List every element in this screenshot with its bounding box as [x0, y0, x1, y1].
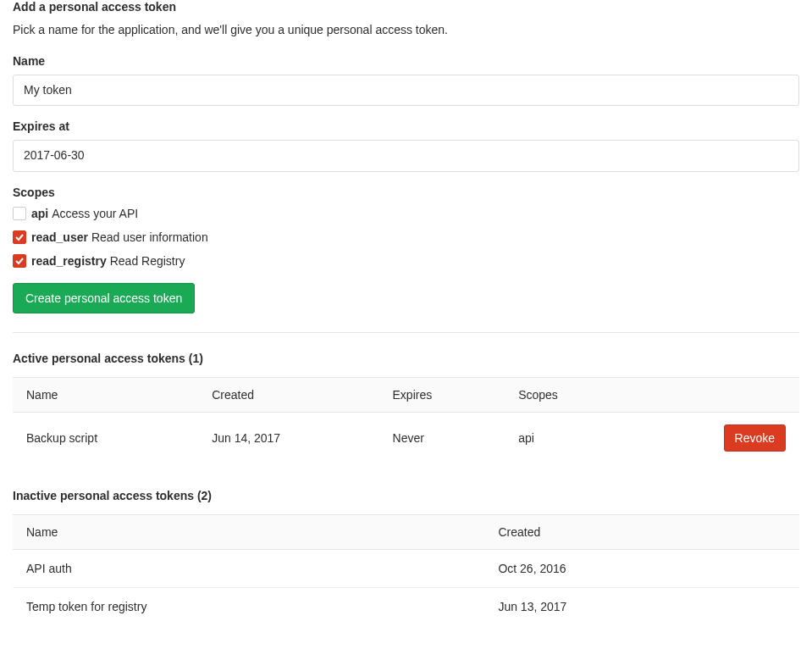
scope-name: read_user [31, 230, 88, 245]
column-header-expires: Expires [379, 377, 505, 412]
scopes-label: Scopes [13, 186, 799, 199]
scope-row-read-user: read_user Read user information [13, 230, 799, 245]
create-token-button[interactable]: Create personal access token [13, 283, 195, 313]
checkbox-read-registry[interactable] [13, 254, 26, 268]
cell-expires: Never [379, 412, 505, 463]
column-header-created: Created [484, 514, 799, 549]
table-row: Temp token for registry Jun 13, 2017 [13, 587, 799, 625]
scope-description: Read user information [91, 230, 208, 245]
column-header-actions [631, 377, 799, 412]
scope-row-read-registry: read_registry Read Registry [13, 253, 799, 269]
table-row: Backup script Jun 14, 2017 Never api Rev… [13, 412, 799, 463]
cell-created: Oct 26, 2016 [484, 549, 799, 587]
column-header-scopes: Scopes [505, 377, 631, 412]
name-input[interactable] [13, 75, 799, 107]
expires-field-group: Expires at [13, 119, 799, 172]
column-header-name: Name [13, 514, 484, 549]
section-heading: Add a personal access token [13, 0, 799, 14]
column-header-name: Name [13, 377, 198, 412]
cell-name: Backup script [13, 412, 198, 463]
scope-name: read_registry [31, 253, 107, 269]
active-tokens-title: Active personal access tokens (1) [13, 352, 799, 365]
add-token-section: Add a personal access token Pick a name … [13, 0, 799, 313]
cell-created: Jun 14, 2017 [198, 412, 378, 463]
expires-input[interactable] [13, 140, 799, 172]
check-icon [14, 232, 25, 242]
scope-name: api [31, 206, 48, 221]
active-tokens-table: Name Created Expires Scopes Backup scrip… [13, 377, 799, 463]
scope-description: Read Registry [110, 253, 185, 269]
section-description: Pick a name for the application, and we'… [13, 21, 799, 39]
cell-created: Jun 13, 2017 [484, 587, 799, 625]
check-icon [14, 256, 25, 266]
inactive-tokens-title: Inactive personal access tokens (2) [13, 489, 799, 502]
expires-label: Expires at [13, 119, 799, 133]
checkbox-read-user[interactable] [13, 230, 26, 244]
table-row: API auth Oct 26, 2016 [13, 549, 799, 587]
column-header-created: Created [198, 377, 378, 412]
inactive-tokens-section: Inactive personal access tokens (2) Name… [13, 489, 799, 625]
name-label: Name [13, 54, 799, 68]
name-field-group: Name [13, 54, 799, 107]
scope-description: Access your API [52, 206, 138, 221]
scope-row-api: api Access your API [13, 206, 799, 221]
inactive-tokens-table: Name Created API auth Oct 26, 2016 Temp … [13, 514, 799, 625]
cell-actions: Revoke [631, 412, 799, 463]
divider [13, 332, 799, 333]
scopes-group: Scopes api Access your API read_user Rea… [13, 186, 799, 269]
cell-name: API auth [13, 549, 484, 587]
cell-scopes: api [505, 412, 631, 463]
cell-name: Temp token for registry [13, 587, 484, 625]
active-tokens-section: Active personal access tokens (1) Name C… [13, 352, 799, 463]
checkbox-api[interactable] [13, 207, 26, 220]
revoke-button[interactable]: Revoke [724, 424, 786, 452]
